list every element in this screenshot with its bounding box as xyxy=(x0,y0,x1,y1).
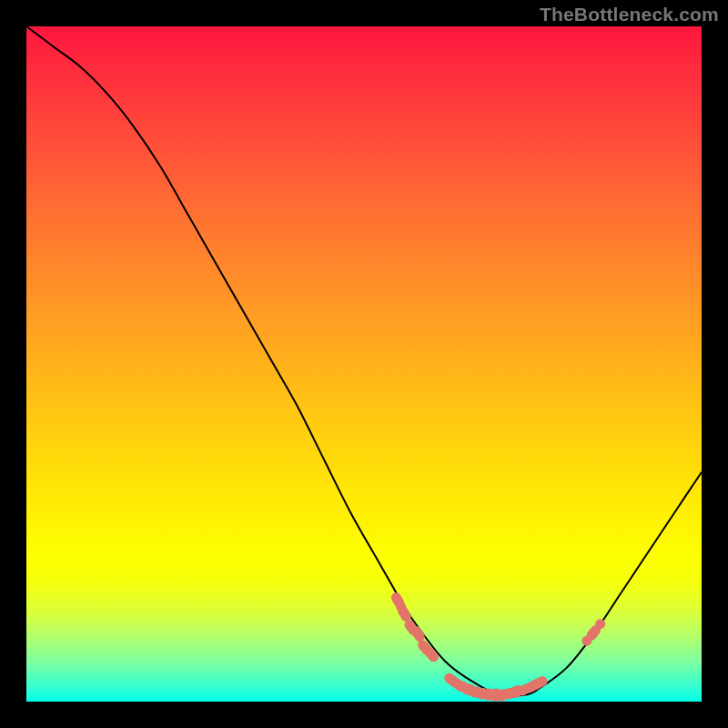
attribution-text: TheBottleneck.com xyxy=(540,4,719,25)
marker-dot xyxy=(396,602,406,612)
marker-dot xyxy=(410,626,420,636)
bottleneck-curve xyxy=(26,26,702,696)
data-markers xyxy=(389,591,605,702)
plot-area xyxy=(26,26,702,702)
marker-dot xyxy=(521,683,531,693)
chart-container: TheBottleneck.com xyxy=(0,0,728,728)
curve-layer xyxy=(26,26,702,702)
